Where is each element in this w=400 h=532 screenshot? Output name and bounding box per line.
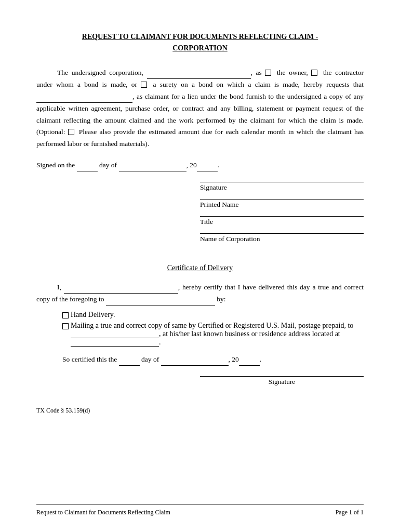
- cert-sig-block: Signature: [200, 376, 364, 386]
- owner-checkbox[interactable]: [265, 70, 271, 76]
- corporation-line: [200, 233, 364, 234]
- mailing-checkbox[interactable]: [62, 323, 69, 329]
- cert-signature-section: Signature: [200, 376, 364, 386]
- hand-delivery-label: Hand Delivery.: [71, 311, 115, 319]
- footer-page-info: Page 1 of 1: [336, 509, 364, 516]
- signature-label: Signature: [200, 183, 227, 191]
- signed-line: Signed on the day of , 20.: [36, 159, 364, 171]
- corporation-label: Name of Corporation: [200, 235, 260, 243]
- certificate-title: Certificate of Delivery: [36, 264, 364, 272]
- page-number: 1: [349, 509, 352, 516]
- tx-code: TX Code § 53.159(d): [36, 407, 364, 415]
- title-block: Title: [200, 216, 364, 226]
- printed-name-label: Printed Name: [200, 201, 239, 208]
- contractor-checkbox[interactable]: [311, 70, 317, 76]
- body-paragraph: The undersigned corporation, , as the ow…: [36, 67, 364, 151]
- optional-checkbox[interactable]: [68, 129, 74, 135]
- hand-delivery-block: Hand Delivery.: [62, 311, 364, 320]
- cert-sig-label: Signature: [200, 378, 364, 386]
- footer-doc-title: Request to Claimant for Documents Reflec…: [36, 509, 170, 516]
- signature-line: [200, 182, 364, 182]
- document-page: REQUEST TO CLAIMANT FOR DOCUMENTS REFLEC…: [0, 0, 400, 532]
- mailing-text: Mailing a true and correct copy of same …: [71, 322, 364, 347]
- printed-name-block: Printed Name: [200, 199, 364, 209]
- hand-delivery-checkbox[interactable]: [62, 312, 69, 318]
- document-title-line2: CORPORATION: [36, 43, 364, 54]
- page-footer: Request to Claimant for Documents Reflec…: [36, 504, 364, 516]
- certified-line: So certified this the day of , 20.: [62, 354, 364, 366]
- document-title-line1: REQUEST TO CLAIMANT FOR DOCUMENTS REFLEC…: [36, 31, 364, 43]
- corporation-block: Name of Corporation: [200, 233, 364, 243]
- surety-checkbox[interactable]: [141, 82, 147, 88]
- signature-block: Signature: [200, 182, 364, 192]
- printed-name-line: [200, 199, 364, 200]
- title-section: REQUEST TO CLAIMANT FOR DOCUMENTS REFLEC…: [36, 31, 364, 55]
- certificate-body: I, , hereby certify that I have delivere…: [36, 282, 364, 305]
- mailing-block: Mailing a true and correct copy of same …: [62, 322, 364, 347]
- title-line-el: [200, 216, 364, 217]
- title-label: Title: [200, 218, 213, 225]
- cert-sig-line: [200, 376, 364, 377]
- signature-section: Signature Printed Name Title Name of Cor…: [200, 182, 364, 243]
- certificate-section: Certificate of Delivery I, , hereby cert…: [36, 264, 364, 386]
